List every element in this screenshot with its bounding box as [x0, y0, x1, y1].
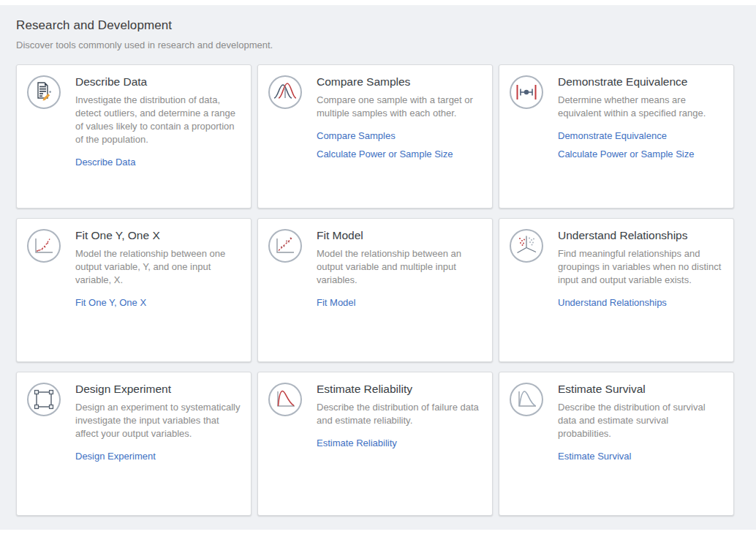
- tool-card-links: Understand Relationships: [558, 297, 723, 308]
- tool-card-title: Describe Data: [75, 75, 241, 89]
- tool-icon-ring: [27, 383, 61, 416]
- tool-card-body: Fit Model Model the relationship between…: [317, 228, 482, 315]
- tool-card-body: Estimate Survival Describe the distribut…: [558, 381, 723, 469]
- tool-link[interactable]: Demonstrate Equivalence: [558, 130, 723, 141]
- tool-card-body: Understand Relationships Find meaningful…: [558, 228, 723, 315]
- tool-card-description: Determine whether means are equivalent w…: [558, 94, 723, 120]
- tool-card-title: Estimate Reliability: [317, 383, 482, 396]
- overlapping-bell-curves-icon: [270, 77, 300, 108]
- tool-icon-ring: [27, 229, 61, 263]
- tool-card-description: Model the relationship between an output…: [317, 247, 482, 287]
- tool-card-title: Demonstrate Equivalence: [558, 75, 723, 89]
- tool-card-description: Describe the distribution of failure dat…: [317, 401, 482, 427]
- tool-link[interactable]: Describe Data: [75, 157, 241, 168]
- tool-card-description: Model the relationship between one outpu…: [75, 247, 241, 287]
- tool-card: Fit Model Model the relationship between…: [257, 218, 493, 362]
- tool-link[interactable]: Design Experiment: [75, 451, 241, 462]
- tool-card-body: Fit One Y, One X Model the relationship …: [75, 228, 241, 315]
- tool-link[interactable]: Calculate Power or Sample Size: [317, 149, 482, 159]
- tool-card-description: Design an experiment to systematically i…: [75, 401, 241, 440]
- tool-card-links: Estimate Reliability: [317, 438, 482, 448]
- tool-card-links: Fit One Y, One X: [75, 297, 241, 308]
- tool-card-body: Describe Data Investigate the distributi…: [75, 74, 241, 175]
- design-square-handles-icon: [29, 384, 59, 415]
- tool-icon-ring: [510, 383, 543, 416]
- tool-link[interactable]: Calculate Power or Sample Size: [558, 149, 723, 159]
- document-pencil-icon: [29, 77, 59, 108]
- tool-card-title: Fit One Y, One X: [75, 229, 241, 242]
- curve-fit-scatter-icon: [29, 230, 59, 261]
- tool-card-title: Estimate Survival: [558, 383, 723, 396]
- tool-card-body: Compare Samples Compare one sample with …: [317, 74, 482, 167]
- tool-card: Describe Data Investigate the distributi…: [16, 64, 252, 209]
- window-bottom-strip: [0, 530, 756, 537]
- tool-card: Design Experiment Design an experiment t…: [16, 372, 252, 516]
- failure-distribution-curve-icon: [270, 384, 300, 415]
- tool-link[interactable]: Fit Model: [317, 297, 482, 308]
- tool-link[interactable]: Compare Samples: [317, 130, 482, 141]
- tool-card-links: Compare SamplesCalculate Power or Sample…: [317, 130, 482, 159]
- tool-icon-ring: [27, 75, 61, 109]
- tool-card-links: Estimate Survival: [558, 451, 723, 462]
- tool-icon-ring: [268, 75, 302, 109]
- window-top-strip: [0, 0, 756, 5]
- tool-card-description: Find meaningful relationships and groupi…: [558, 247, 723, 287]
- tool-card: Fit One Y, One X Model the relationship …: [16, 218, 252, 362]
- tool-link[interactable]: Estimate Reliability: [317, 438, 482, 448]
- tool-card-description: Compare one sample with a target or mult…: [317, 94, 482, 120]
- tool-card-links: Describe Data: [75, 157, 241, 168]
- tool-card-description: Describe the distribution of survival da…: [558, 401, 723, 440]
- tool-icon-ring: [510, 75, 543, 109]
- tools-grid: Describe Data Investigate the distributi…: [16, 64, 740, 516]
- tool-link[interactable]: Fit One Y, One X: [75, 297, 241, 308]
- scatter-3d-axes-icon: [511, 230, 542, 261]
- tool-icon-ring: [268, 383, 302, 416]
- tool-icon-ring: [268, 229, 302, 263]
- tool-card-body: Design Experiment Design an experiment t…: [75, 381, 241, 469]
- tool-card-body: Estimate Reliability Describe the distri…: [317, 381, 482, 456]
- equivalence-interval-icon: [511, 77, 542, 108]
- tool-card: Estimate Survival Describe the distribut…: [499, 372, 734, 516]
- page-subtitle: Discover tools commonly used in research…: [16, 40, 740, 50]
- tool-link[interactable]: Understand Relationships: [558, 297, 723, 308]
- tool-card: Understand Relationships Find meaningful…: [499, 218, 734, 362]
- page-title: Research and Development: [16, 18, 740, 33]
- tool-icon-ring: [510, 229, 543, 263]
- survival-distribution-curve-icon: [511, 384, 542, 415]
- tool-card-links: Design Experiment: [75, 451, 241, 462]
- tool-card-links: Demonstrate EquivalenceCalculate Power o…: [558, 130, 723, 159]
- tool-card-links: Fit Model: [317, 297, 482, 308]
- tool-card-description: Investigate the distribution of data, de…: [75, 94, 241, 146]
- tool-card: Estimate Reliability Describe the distri…: [257, 372, 493, 516]
- tool-link[interactable]: Estimate Survival: [558, 451, 723, 462]
- tool-card: Compare Samples Compare one sample with …: [257, 64, 493, 209]
- tool-card: Demonstrate Equivalence Determine whethe…: [499, 64, 734, 209]
- page-header: Research and Development Discover tools …: [16, 18, 740, 50]
- tool-card-title: Understand Relationships: [558, 229, 723, 242]
- tool-card-body: Demonstrate Equivalence Determine whethe…: [558, 74, 723, 167]
- tool-card-title: Design Experiment: [75, 383, 241, 396]
- tool-card-title: Fit Model: [317, 229, 482, 242]
- tool-card-title: Compare Samples: [317, 75, 482, 89]
- line-fit-scatter-icon: [270, 230, 300, 261]
